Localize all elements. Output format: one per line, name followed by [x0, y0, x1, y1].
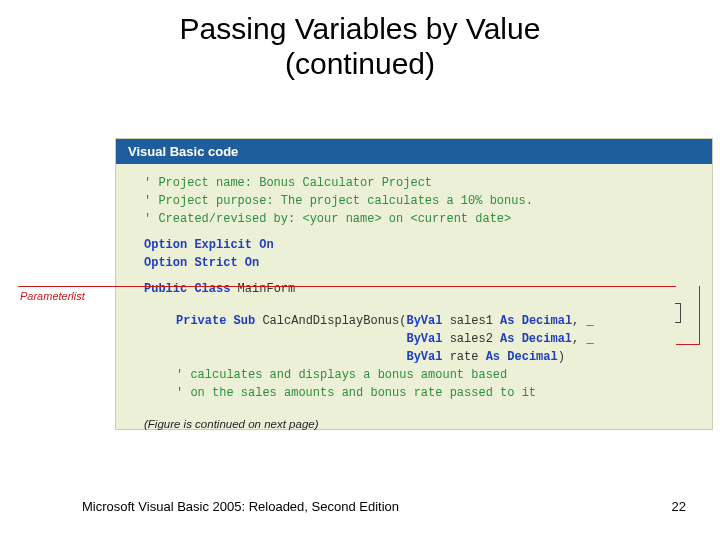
param-name: rate [442, 350, 485, 364]
title-line-1: Passing Variables by Value [180, 12, 541, 45]
code-line: Public Class MainForm [144, 280, 712, 298]
keyword-byval: ByVal [406, 314, 442, 328]
line-continuation: , _ [572, 332, 594, 346]
annotation-rule-bottom [676, 344, 700, 345]
slide: Passing Variables by Value (continued) V… [0, 0, 720, 540]
keyword-option-strict: Option Strict On [144, 256, 259, 270]
slide-title: Passing Variables by Value (continued) [0, 0, 720, 81]
line-continuation: , _ [572, 314, 594, 328]
page-number: 22 [672, 499, 686, 514]
annotation-rule-top [18, 286, 676, 287]
continuation-brace-line [680, 303, 681, 323]
param-name: sales1 [442, 314, 500, 328]
code-area: ' Project name: Bonus Calculator Project… [116, 164, 712, 298]
comment-line: ' Project name: Bonus Calculator Project [144, 174, 712, 192]
figure-left-margin [0, 138, 115, 430]
class-name: MainForm [230, 282, 295, 296]
keyword-as-decimal: As Decimal [486, 350, 558, 364]
keyword-as-decimal: As Decimal [500, 332, 572, 346]
code-line: Option Explicit On [144, 236, 712, 254]
sub-comment-line: ' on the sales amounts and bonus rate pa… [176, 384, 712, 402]
annotation-rule-right [699, 286, 700, 344]
sub-signature-line-1: Private Sub CalcAndDisplayBonus(ByVal sa… [176, 312, 712, 330]
param-name: sales2 [442, 332, 500, 346]
sub-signature-line-3: ByVal rate As Decimal) [176, 348, 712, 366]
keyword-private-sub: Private Sub [176, 314, 255, 328]
keyword-byval: ByVal [406, 350, 442, 364]
keyword-public-class: Public Class [144, 282, 230, 296]
code-figure: Visual Basic code ' Project name: Bonus … [115, 138, 713, 430]
keyword-byval: ByVal [406, 332, 442, 346]
figure-banner: Visual Basic code [116, 139, 712, 164]
continuation-brace-tick [675, 303, 680, 304]
sub-comment-line: ' calculates and displays a bonus amount… [176, 366, 712, 384]
comment-line: ' Project purpose: The project calculate… [144, 192, 712, 210]
sub-signature-line-2: ByVal sales2 As Decimal, _ [176, 330, 712, 348]
keyword-option-explicit: Option Explicit On [144, 238, 274, 252]
annotation-parameterlist-label: Parameterlist [20, 290, 85, 302]
figure-continuation-note: (Figure is continued on next page) [116, 402, 712, 430]
comment-line: ' Created/revised by: <your name> on <cu… [144, 210, 712, 228]
sub-name: CalcAndDisplayBonus( [255, 314, 406, 328]
sub-block: Private Sub CalcAndDisplayBonus(ByVal sa… [116, 312, 712, 402]
title-line-2: (continued) [285, 47, 435, 80]
footer-text: Microsoft Visual Basic 2005: Reloaded, S… [82, 499, 399, 514]
keyword-as-decimal: As Decimal [500, 314, 572, 328]
continuation-brace-tick [675, 322, 680, 323]
code-line: Option Strict On [144, 254, 712, 272]
paren-close: ) [558, 350, 565, 364]
